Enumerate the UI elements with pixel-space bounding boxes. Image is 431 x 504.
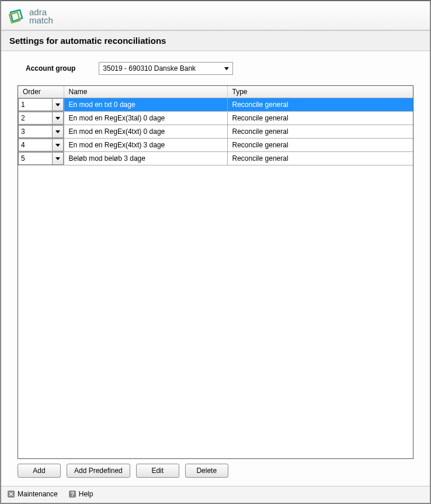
- order-dropdown-button[interactable]: [53, 126, 63, 137]
- maintenance-icon: [7, 490, 15, 498]
- statusbar: Maintenance ? Help: [1, 486, 430, 503]
- chevron-down-icon: [55, 157, 60, 160]
- order-cell: 3: [18, 125, 64, 139]
- rules-table-container: Order Name Type 1En mod en txt 0 dageRec…: [18, 85, 413, 459]
- order-dropdown-button[interactable]: [53, 112, 63, 124]
- order-dropdown-button[interactable]: [53, 99, 63, 111]
- help-link[interactable]: ? Help: [68, 490, 93, 498]
- col-header-name[interactable]: Name: [64, 86, 227, 98]
- delete-button[interactable]: Delete: [185, 464, 228, 478]
- order-value: 4: [19, 139, 53, 151]
- brand-line2: match: [29, 16, 53, 25]
- logo-icon: [7, 8, 25, 25]
- type-cell: Reconcile general: [227, 152, 413, 165]
- add-button[interactable]: Add: [18, 464, 61, 478]
- table-row[interactable]: 3En mod en RegEx(4txt) 0 dageReconcile g…: [18, 125, 413, 139]
- type-cell: Reconcile general: [227, 139, 413, 152]
- table-row[interactable]: 4En mod en RegEx(4txt) 3 dageReconcile g…: [18, 139, 413, 152]
- account-group-label: Account group: [26, 64, 75, 73]
- type-cell: Reconcile general: [227, 112, 413, 125]
- help-icon: ?: [68, 490, 77, 498]
- name-cell: Beløb mod beløb 3 dage: [64, 152, 227, 165]
- type-cell: Reconcile general: [227, 125, 413, 139]
- account-group-row: Account group 35019 - 690310 Danske Bank: [18, 62, 413, 75]
- add-predefined-button[interactable]: Add Predefined: [67, 464, 130, 478]
- order-cell: 5: [18, 152, 64, 165]
- name-cell: En mod en RegEx(4txt) 3 dage: [64, 139, 227, 152]
- table-row[interactable]: 5Beløb mod beløb 3 dageReconcile general: [18, 152, 413, 165]
- order-value: 5: [19, 153, 53, 164]
- order-dropdown-button[interactable]: [53, 139, 63, 151]
- order-cell: 1: [18, 98, 64, 112]
- edit-button[interactable]: Edit: [136, 464, 179, 478]
- chevron-down-icon: [224, 67, 229, 70]
- order-dropdown[interactable]: 4: [18, 139, 64, 151]
- col-header-order[interactable]: Order: [18, 86, 64, 98]
- account-group-selected: 35019 - 690310 Danske Bank: [103, 64, 196, 73]
- order-dropdown[interactable]: 2: [18, 112, 64, 125]
- chevron-down-icon: [55, 130, 60, 133]
- table-row[interactable]: 1En mod en txt 0 dageReconcile general: [18, 98, 413, 112]
- account-group-dropdown[interactable]: 35019 - 690310 Danske Bank: [99, 62, 233, 75]
- type-cell: Reconcile general: [227, 98, 413, 112]
- content-area: Account group 35019 - 690310 Danske Bank…: [1, 51, 430, 486]
- order-value: 3: [19, 126, 53, 137]
- table-row[interactable]: 2En mod en RegEx(3tal) 0 dageReconcile g…: [18, 112, 413, 125]
- order-cell: 4: [18, 139, 64, 152]
- page-title: Settings for automatic reconciliations: [9, 36, 422, 46]
- maintenance-label: Maintenance: [18, 490, 58, 498]
- chevron-down-icon: [55, 103, 60, 106]
- maintenance-link[interactable]: Maintenance: [7, 490, 58, 498]
- order-dropdown-button[interactable]: [53, 153, 63, 164]
- svg-text:?: ?: [71, 491, 74, 498]
- order-cell: 2: [18, 112, 64, 125]
- page-header: Settings for automatic reconciliations: [1, 30, 430, 51]
- order-dropdown[interactable]: 3: [18, 125, 64, 138]
- chevron-down-icon: [55, 144, 60, 147]
- name-cell: En mod en RegEx(3tal) 0 dage: [64, 112, 227, 125]
- chevron-down-icon: [55, 117, 60, 120]
- order-value: 2: [19, 112, 53, 124]
- button-row: Add Add Predefined Edit Delete: [18, 464, 413, 480]
- help-label: Help: [79, 490, 93, 498]
- rules-table: Order Name Type 1En mod en txt 0 dageRec…: [18, 86, 413, 165]
- name-cell: En mod en RegEx(4txt) 0 dage: [64, 125, 227, 139]
- col-header-type[interactable]: Type: [227, 86, 413, 98]
- order-value: 1: [19, 99, 53, 111]
- name-cell: En mod en txt 0 dage: [64, 98, 227, 112]
- order-dropdown[interactable]: 1: [18, 98, 64, 111]
- titlebar: adra match: [1, 1, 430, 30]
- order-dropdown[interactable]: 5: [18, 152, 64, 165]
- brand-logo: adra match: [7, 8, 53, 25]
